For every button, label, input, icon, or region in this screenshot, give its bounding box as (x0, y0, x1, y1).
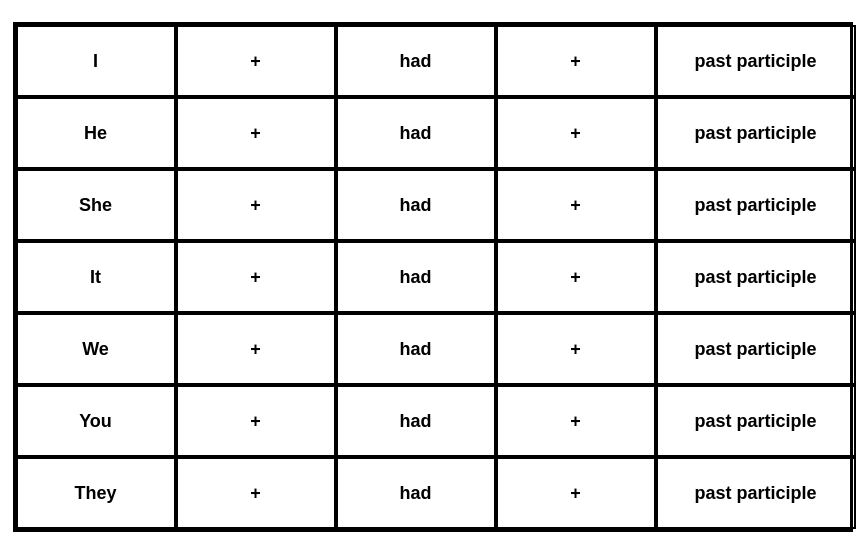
subject-cell-1: He (16, 97, 176, 169)
form-cell-3: past participle (656, 241, 856, 313)
plus2-cell-5: + (496, 385, 656, 457)
plus1-cell-4: + (176, 313, 336, 385)
subject-cell-2: She (16, 169, 176, 241)
plus2-cell-6: + (496, 457, 656, 529)
verb-cell-5: had (336, 385, 496, 457)
plus1-cell-0: + (176, 25, 336, 97)
form-cell-6: past participle (656, 457, 856, 529)
verb-cell-4: had (336, 313, 496, 385)
subject-cell-6: They (16, 457, 176, 529)
form-cell-0: past participle (656, 25, 856, 97)
verb-cell-0: had (336, 25, 496, 97)
verb-cell-6: had (336, 457, 496, 529)
subject-cell-4: We (16, 313, 176, 385)
subject-cell-0: I (16, 25, 176, 97)
plus1-cell-3: + (176, 241, 336, 313)
plus2-cell-2: + (496, 169, 656, 241)
verb-cell-1: had (336, 97, 496, 169)
plus1-cell-1: + (176, 97, 336, 169)
plus1-cell-2: + (176, 169, 336, 241)
plus2-cell-3: + (496, 241, 656, 313)
plus2-cell-4: + (496, 313, 656, 385)
form-cell-2: past participle (656, 169, 856, 241)
subject-cell-5: You (16, 385, 176, 457)
plus2-cell-1: + (496, 97, 656, 169)
plus1-cell-6: + (176, 457, 336, 529)
subject-cell-3: It (16, 241, 176, 313)
verb-cell-2: had (336, 169, 496, 241)
form-cell-5: past participle (656, 385, 856, 457)
form-cell-4: past participle (656, 313, 856, 385)
plus2-cell-0: + (496, 25, 656, 97)
verb-cell-3: had (336, 241, 496, 313)
form-cell-1: past participle (656, 97, 856, 169)
grammar-table: I+had+past participleHe+had+past partici… (13, 22, 853, 532)
plus1-cell-5: + (176, 385, 336, 457)
